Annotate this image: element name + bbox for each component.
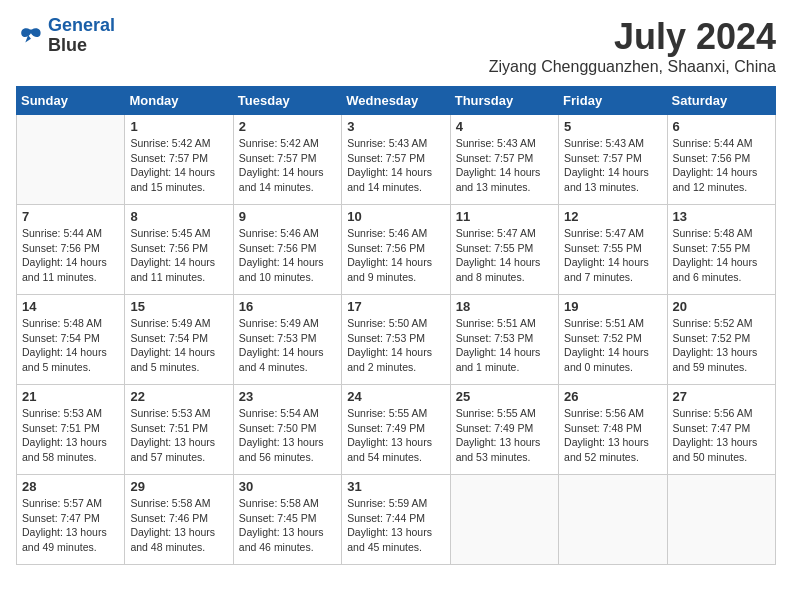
calendar-cell: 12 Sunrise: 5:47 AM Sunset: 7:55 PM Dayl… [559, 205, 667, 295]
daylight: Daylight: 14 hours and 10 minutes. [239, 256, 324, 283]
calendar-cell: 2 Sunrise: 5:42 AM Sunset: 7:57 PM Dayli… [233, 115, 341, 205]
daylight: Daylight: 14 hours and 7 minutes. [564, 256, 649, 283]
daylight: Daylight: 13 hours and 53 minutes. [456, 436, 541, 463]
calendar-cell: 11 Sunrise: 5:47 AM Sunset: 7:55 PM Dayl… [450, 205, 558, 295]
daylight: Daylight: 13 hours and 48 minutes. [130, 526, 215, 553]
cell-info: Sunrise: 5:42 AM Sunset: 7:57 PM Dayligh… [130, 136, 227, 195]
cell-info: Sunrise: 5:46 AM Sunset: 7:56 PM Dayligh… [347, 226, 444, 285]
header-day: Thursday [450, 87, 558, 115]
calendar-cell: 1 Sunrise: 5:42 AM Sunset: 7:57 PM Dayli… [125, 115, 233, 205]
calendar-cell: 17 Sunrise: 5:50 AM Sunset: 7:53 PM Dayl… [342, 295, 450, 385]
sunrise: Sunrise: 5:48 AM [22, 317, 102, 329]
daylight: Daylight: 14 hours and 4 minutes. [239, 346, 324, 373]
sunset: Sunset: 7:50 PM [239, 422, 317, 434]
calendar-cell [450, 475, 558, 565]
sunrise: Sunrise: 5:47 AM [564, 227, 644, 239]
logo: General Blue [16, 16, 115, 56]
cell-info: Sunrise: 5:43 AM Sunset: 7:57 PM Dayligh… [456, 136, 553, 195]
cell-info: Sunrise: 5:47 AM Sunset: 7:55 PM Dayligh… [456, 226, 553, 285]
calendar-cell: 31 Sunrise: 5:59 AM Sunset: 7:44 PM Dayl… [342, 475, 450, 565]
day-number: 27 [673, 389, 770, 404]
calendar-cell: 14 Sunrise: 5:48 AM Sunset: 7:54 PM Dayl… [17, 295, 125, 385]
calendar-cell: 16 Sunrise: 5:49 AM Sunset: 7:53 PM Dayl… [233, 295, 341, 385]
header-day: Saturday [667, 87, 775, 115]
cell-info: Sunrise: 5:56 AM Sunset: 7:48 PM Dayligh… [564, 406, 661, 465]
calendar-week-row: 28 Sunrise: 5:57 AM Sunset: 7:47 PM Dayl… [17, 475, 776, 565]
day-number: 4 [456, 119, 553, 134]
cell-info: Sunrise: 5:56 AM Sunset: 7:47 PM Dayligh… [673, 406, 770, 465]
sunset: Sunset: 7:53 PM [456, 332, 534, 344]
sunset: Sunset: 7:55 PM [456, 242, 534, 254]
header-day: Monday [125, 87, 233, 115]
day-number: 1 [130, 119, 227, 134]
calendar-cell: 3 Sunrise: 5:43 AM Sunset: 7:57 PM Dayli… [342, 115, 450, 205]
sunrise: Sunrise: 5:54 AM [239, 407, 319, 419]
sunset: Sunset: 7:49 PM [456, 422, 534, 434]
sunrise: Sunrise: 5:47 AM [456, 227, 536, 239]
cell-info: Sunrise: 5:47 AM Sunset: 7:55 PM Dayligh… [564, 226, 661, 285]
calendar-cell: 13 Sunrise: 5:48 AM Sunset: 7:55 PM Dayl… [667, 205, 775, 295]
cell-info: Sunrise: 5:58 AM Sunset: 7:45 PM Dayligh… [239, 496, 336, 555]
day-number: 14 [22, 299, 119, 314]
day-number: 6 [673, 119, 770, 134]
calendar-cell: 15 Sunrise: 5:49 AM Sunset: 7:54 PM Dayl… [125, 295, 233, 385]
sunrise: Sunrise: 5:55 AM [456, 407, 536, 419]
calendar-cell: 23 Sunrise: 5:54 AM Sunset: 7:50 PM Dayl… [233, 385, 341, 475]
cell-info: Sunrise: 5:44 AM Sunset: 7:56 PM Dayligh… [22, 226, 119, 285]
sunset: Sunset: 7:52 PM [673, 332, 751, 344]
cell-info: Sunrise: 5:54 AM Sunset: 7:50 PM Dayligh… [239, 406, 336, 465]
calendar-cell [17, 115, 125, 205]
day-number: 15 [130, 299, 227, 314]
month-title: July 2024 [489, 16, 776, 58]
location-title: Ziyang Chengguanzhen, Shaanxi, China [489, 58, 776, 76]
sunset: Sunset: 7:51 PM [22, 422, 100, 434]
day-number: 30 [239, 479, 336, 494]
calendar-cell: 19 Sunrise: 5:51 AM Sunset: 7:52 PM Dayl… [559, 295, 667, 385]
sunrise: Sunrise: 5:56 AM [673, 407, 753, 419]
sunset: Sunset: 7:57 PM [347, 152, 425, 164]
sunset: Sunset: 7:53 PM [239, 332, 317, 344]
day-number: 3 [347, 119, 444, 134]
sunset: Sunset: 7:52 PM [564, 332, 642, 344]
page-header: General Blue July 2024 Ziyang Chengguanz… [16, 16, 776, 76]
title-block: July 2024 Ziyang Chengguanzhen, Shaanxi,… [489, 16, 776, 76]
day-number: 11 [456, 209, 553, 224]
day-number: 17 [347, 299, 444, 314]
logo-text: General Blue [48, 16, 115, 56]
daylight: Daylight: 14 hours and 11 minutes. [130, 256, 215, 283]
daylight: Daylight: 14 hours and 14 minutes. [239, 166, 324, 193]
calendar-cell: 27 Sunrise: 5:56 AM Sunset: 7:47 PM Dayl… [667, 385, 775, 475]
daylight: Daylight: 13 hours and 57 minutes. [130, 436, 215, 463]
calendar-cell: 9 Sunrise: 5:46 AM Sunset: 7:56 PM Dayli… [233, 205, 341, 295]
day-number: 26 [564, 389, 661, 404]
header-row: SundayMondayTuesdayWednesdayThursdayFrid… [17, 87, 776, 115]
daylight: Daylight: 14 hours and 14 minutes. [347, 166, 432, 193]
daylight: Daylight: 13 hours and 46 minutes. [239, 526, 324, 553]
cell-info: Sunrise: 5:49 AM Sunset: 7:54 PM Dayligh… [130, 316, 227, 375]
daylight: Daylight: 13 hours and 54 minutes. [347, 436, 432, 463]
day-number: 9 [239, 209, 336, 224]
day-number: 28 [22, 479, 119, 494]
cell-info: Sunrise: 5:55 AM Sunset: 7:49 PM Dayligh… [456, 406, 553, 465]
calendar-cell [667, 475, 775, 565]
calendar-week-row: 14 Sunrise: 5:48 AM Sunset: 7:54 PM Dayl… [17, 295, 776, 385]
sunset: Sunset: 7:44 PM [347, 512, 425, 524]
sunrise: Sunrise: 5:57 AM [22, 497, 102, 509]
sunrise: Sunrise: 5:48 AM [673, 227, 753, 239]
daylight: Daylight: 14 hours and 8 minutes. [456, 256, 541, 283]
daylight: Daylight: 14 hours and 13 minutes. [456, 166, 541, 193]
daylight: Daylight: 14 hours and 6 minutes. [673, 256, 758, 283]
daylight: Daylight: 14 hours and 11 minutes. [22, 256, 107, 283]
sunrise: Sunrise: 5:50 AM [347, 317, 427, 329]
calendar-cell: 28 Sunrise: 5:57 AM Sunset: 7:47 PM Dayl… [17, 475, 125, 565]
sunrise: Sunrise: 5:46 AM [347, 227, 427, 239]
daylight: Daylight: 13 hours and 50 minutes. [673, 436, 758, 463]
sunrise: Sunrise: 5:58 AM [239, 497, 319, 509]
sunrise: Sunrise: 5:52 AM [673, 317, 753, 329]
sunset: Sunset: 7:53 PM [347, 332, 425, 344]
sunset: Sunset: 7:49 PM [347, 422, 425, 434]
sunrise: Sunrise: 5:53 AM [130, 407, 210, 419]
sunset: Sunset: 7:45 PM [239, 512, 317, 524]
day-number: 18 [456, 299, 553, 314]
day-number: 2 [239, 119, 336, 134]
